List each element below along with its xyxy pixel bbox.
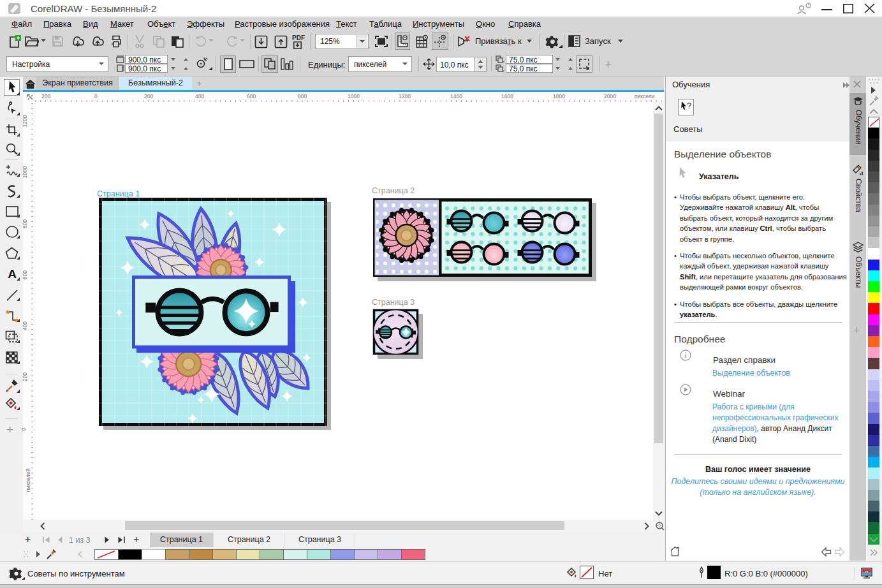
svg-text:y: y [503,68,504,72]
svg-text:Страница 3: Страница 3 [372,298,415,307]
svg-text:x: x [503,59,504,63]
svg-text:Страница 1: Страница 1 [97,189,140,198]
svg-text:?: ? [687,101,691,110]
svg-text:Страница 2: Страница 2 [372,186,415,195]
